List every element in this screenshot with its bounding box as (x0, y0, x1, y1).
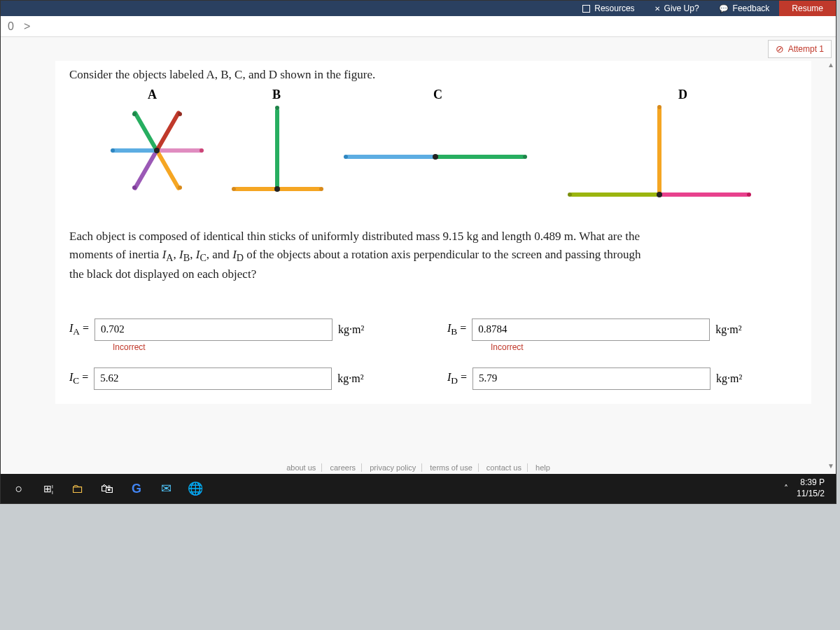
feedback-label: Feedback (733, 4, 770, 13)
answer-input-b[interactable] (472, 318, 710, 341)
object-a (111, 105, 202, 196)
figure-label-c: C (433, 88, 442, 102)
feedback-b: Incorrect (491, 342, 524, 352)
footer-help[interactable]: help (530, 463, 556, 472)
resources-label: Resources (594, 4, 634, 13)
mail-icon[interactable]: ✉ (153, 476, 178, 501)
footer-links: about us careers privacy policy terms of… (1, 463, 836, 472)
feedback-icon (719, 4, 729, 13)
attempt-label: Attempt 1 (788, 44, 824, 54)
tray-chevron-icon[interactable]: ˄ (784, 484, 788, 493)
object-b (234, 102, 325, 200)
unit-a: kg·m² (338, 323, 364, 336)
task-view-icon[interactable]: ⊞¦ (36, 476, 61, 501)
unit-b: kg·m² (715, 323, 741, 336)
giveup-label: Give Up? (664, 4, 699, 13)
footer-privacy[interactable]: privacy policy (364, 463, 422, 472)
answer-row-a: IA = kg·m² Incorrect (69, 318, 419, 341)
prompt-line-1: Consider the objects labeled A, B, C, an… (69, 68, 797, 82)
figure-label-d: D (678, 88, 687, 102)
resources-button[interactable]: Resources (573, 1, 644, 16)
feedback-button[interactable]: Feedback (709, 1, 780, 16)
attempt-badge: Attempt 1 (768, 40, 832, 58)
answer-label-c: IC = (69, 371, 88, 386)
giveup-button[interactable]: Give Up? (645, 1, 709, 16)
start-button[interactable]: ○ (6, 476, 31, 501)
browser-nav: 0 > (1, 16, 836, 37)
unit-d: kg·m² (716, 372, 742, 385)
clock[interactable]: 8:39 P 11/15/2 (797, 477, 825, 499)
footer-contact[interactable]: contact us (481, 463, 528, 472)
footer-terms[interactable]: terms of use (424, 463, 479, 472)
object-c (346, 150, 528, 164)
answer-input-c[interactable] (94, 368, 332, 390)
answer-row-d: ID = kg·m² (447, 368, 797, 390)
app-toolbar: Resources Give Up? Feedback Resume (1, 1, 836, 16)
answer-row-c: IC = kg·m² (69, 368, 419, 390)
footer-about[interactable]: about us (281, 463, 322, 472)
question-content: Consider the objects labeled A, B, C, an… (55, 61, 811, 404)
close-icon (654, 4, 660, 13)
answer-row-b: IB = kg·m² Incorrect (447, 318, 797, 341)
answers-grid: IA = kg·m² Incorrect IB = kg·m² Incorrec… (69, 318, 797, 390)
unit-c: kg·m² (337, 372, 363, 385)
nav-zero: 0 (8, 20, 14, 33)
answer-input-a[interactable] (94, 318, 332, 341)
store-icon[interactable]: 🛍 (94, 476, 120, 501)
answer-label-d: ID = (447, 371, 467, 386)
answer-label-a: IA = (69, 322, 89, 337)
figure: A B C D (69, 88, 797, 220)
resources-icon (582, 5, 590, 13)
figure-label-a: A (148, 88, 157, 102)
prompt-paragraph: Each object is composed of identical thi… (69, 227, 797, 284)
scroll-up-icon[interactable]: ▲ (827, 61, 834, 69)
answer-label-b: IB = (447, 322, 466, 337)
footer-careers[interactable]: careers (324, 463, 362, 472)
edge-icon[interactable]: 🌐 (183, 476, 208, 501)
answer-input-d[interactable] (472, 368, 710, 390)
object-d (545, 107, 811, 205)
resume-button[interactable]: Resume (779, 1, 836, 16)
nav-forward-icon[interactable]: > (24, 20, 30, 33)
taskbar: ○ ⊞¦ 🗀 🛍 G ✉ 🌐 ˄ 8:39 P 11/15/2 (1, 474, 836, 503)
figure-label-b: B (272, 88, 281, 102)
feedback-a: Incorrect (113, 342, 146, 352)
file-explorer-icon[interactable]: 🗀 (65, 476, 90, 501)
resume-label: Resume (792, 4, 823, 13)
google-icon[interactable]: G (124, 476, 149, 501)
